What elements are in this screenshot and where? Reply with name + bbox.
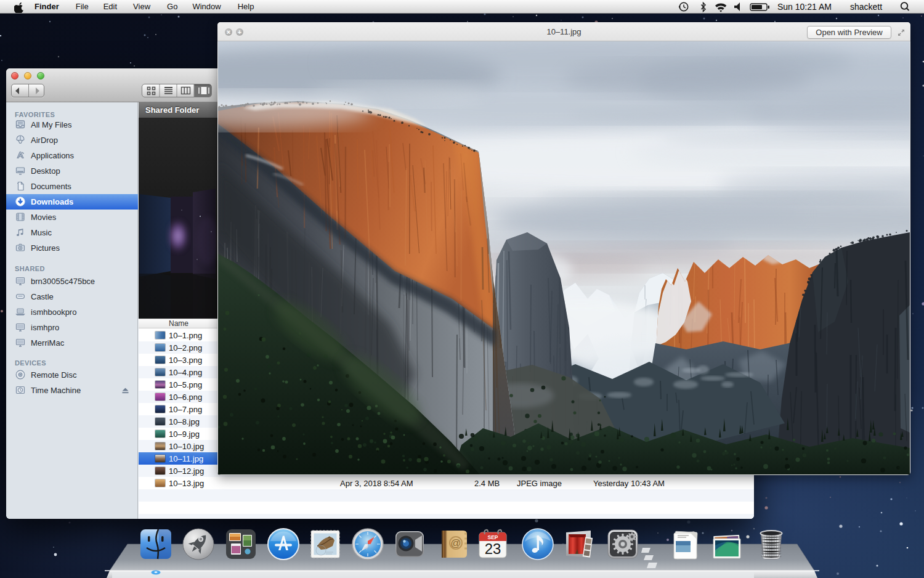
svg-text:SEP: SEP — [487, 534, 498, 540]
svg-text:shackett: shackett — [850, 2, 882, 12]
svg-text:23: 23 — [485, 540, 501, 557]
svg-text:@: @ — [450, 573, 461, 578]
svg-text:Sun 10:21 AM: Sun 10:21 AM — [777, 2, 832, 12]
svg-text:@: @ — [450, 537, 461, 549]
svg-text:23: 23 — [485, 565, 501, 578]
